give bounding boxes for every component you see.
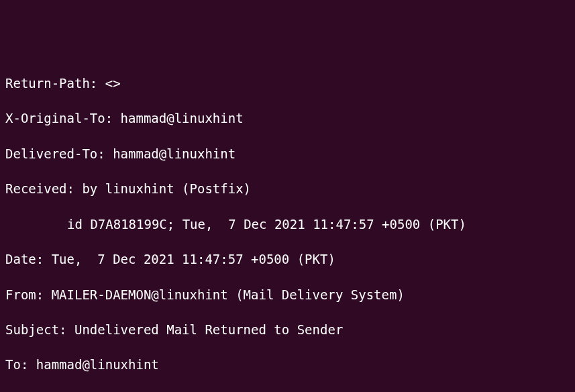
header-delivered-to: Delivered-To: hammad@linuxhint: [5, 145, 570, 162]
header-received-line-2: id D7A818199C; Tue, 7 Dec 2021 11:47:57 …: [5, 215, 570, 233]
header-subject: Subject: Undelivered Mail Returned to Se…: [5, 321, 570, 338]
header-x-original-to: X-Original-To: hammad@linuxhint: [5, 109, 570, 127]
header-to: To: hammad@linuxhint: [5, 356, 570, 373]
header-return-path: Return-Path: <>: [5, 75, 570, 92]
header-from: From: MAILER-DAEMON@linuxhint (Mail Deli…: [5, 286, 570, 303]
header-date: Date: Tue, 7 Dec 2021 11:47:57 +0500 (PK…: [5, 250, 570, 268]
header-received-line-1: Received: by linuxhint (Postfix): [5, 180, 570, 197]
